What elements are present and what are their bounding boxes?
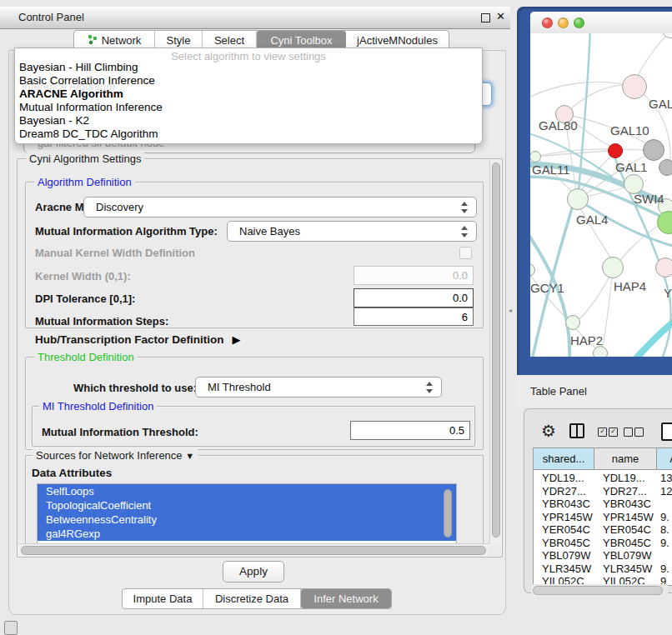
- table-cell[interactable]: YPR145W: [542, 511, 593, 523]
- tab-label: Style: [167, 34, 191, 47]
- table-panel-title: Table Panel: [530, 385, 587, 398]
- table-cell[interactable]: YDR27...: [603, 485, 647, 498]
- panel-divider-grip[interactable]: ◂: [509, 307, 514, 315]
- algorithm-option-bayesian-k2[interactable]: Bayesian - K2: [19, 114, 89, 128]
- table-cell[interactable]: YER054C: [603, 523, 651, 536]
- table-cell[interactable]: YDL19...: [603, 472, 645, 484]
- algorithm-option-mutual-information-inference[interactable]: Mutual Information Inference: [19, 101, 163, 114]
- algorithm-option-bayesian-hill-climbing[interactable]: Bayesian - Hill Climbing: [19, 61, 138, 74]
- checked-checkbox-icon[interactable]: ✓: [609, 428, 618, 437]
- attribute-item-gal4rgexp[interactable]: gal4RGexp: [38, 527, 456, 541]
- column-header-shared[interactable]: shared...: [534, 448, 594, 470]
- network-node-hap4[interactable]: [602, 257, 624, 278]
- attribute-list-scrollbar[interactable]: [444, 489, 452, 538]
- network-node-gal[interactable]: [622, 74, 647, 99]
- node-label-gal4: GAL4: [576, 212, 608, 227]
- data-attributes-label: Data Attributes: [32, 467, 112, 479]
- mi-steps-field[interactable]: 6: [354, 308, 474, 326]
- table-cell[interactable]: 9.: [660, 537, 669, 549]
- float-window-icon[interactable]: [481, 13, 490, 22]
- unchecked-checkbox-icon[interactable]: [634, 428, 644, 437]
- settings-vertical-thumb[interactable]: [492, 162, 500, 538]
- which-threshold-value: MI Threshold: [208, 381, 271, 393]
- network-node[interactable]: [608, 143, 623, 158]
- algorithm-definition-title: Algorithm Definition: [34, 176, 135, 188]
- table-cell[interactable]: YBL079W: [542, 549, 591, 562]
- tab-label: Cyni Toolbox: [270, 34, 332, 47]
- table-cell[interactable]: 9.: [660, 511, 669, 523]
- bottom-tab-discretize-data[interactable]: Discretize Data: [203, 589, 301, 608]
- attribute-item-betweennesscentrality[interactable]: BetweennessCentrality: [38, 512, 456, 527]
- table-horizontal-thumb[interactable]: [533, 586, 663, 595]
- table-cell[interactable]: 12: [660, 485, 672, 498]
- close-panel-icon[interactable]: ✕: [496, 10, 505, 22]
- column-header-name[interactable]: name: [594, 448, 657, 470]
- table-cell[interactable]: 8.: [660, 523, 669, 536]
- column-header-a[interactable]: A: [657, 448, 672, 470]
- settings-horizontal-thumb[interactable]: [21, 546, 486, 555]
- network-node[interactable]: [593, 346, 608, 357]
- aracne-mode-combobox[interactable]: Discovery: [83, 197, 477, 218]
- mac-minimize-button[interactable]: [558, 18, 569, 28]
- node-label-gal: GAL: [649, 97, 672, 111]
- checked-checkbox-icon[interactable]: ✓: [598, 428, 607, 437]
- network-view-frame[interactable]: GALGAL80GAL10GAL11GAL1SWI4GAL4GCY1HAP4YH…: [517, 7, 672, 375]
- algorithm-option-basic-correlation-inference[interactable]: Basic Correlation Inference: [19, 74, 155, 88]
- gear-icon[interactable]: ⚙: [541, 421, 556, 441]
- hub-definition-text: Hub/Transcription Factor Definition: [35, 333, 224, 346]
- aracne-mode-value: Discovery: [96, 201, 143, 213]
- network-node-hap2[interactable]: [565, 315, 580, 330]
- settings-horizontal-scrollbar[interactable]: [18, 543, 489, 556]
- columns-icon[interactable]: [569, 423, 584, 438]
- table-cell[interactable]: YBR045C: [542, 537, 590, 549]
- network-node-y[interactable]: [655, 258, 672, 278]
- table-horizontal-scrollbar[interactable]: [531, 584, 668, 595]
- hub-definition-label[interactable]: Hub/Transcription Factor Definition▶: [35, 333, 241, 346]
- attribute-item-topologicalcoefficient[interactable]: TopologicalCoefficient: [38, 498, 456, 512]
- algorithm-option-dream8-dc-tdc-algorithm[interactable]: Dream8 DC_TDC Algorithm: [19, 128, 158, 141]
- mac-close-button[interactable]: [542, 18, 553, 28]
- kernel-width-field[interactable]: 0.0: [354, 266, 474, 285]
- table-cell[interactable]: YLR345W: [542, 562, 591, 575]
- table-cell[interactable]: 9.: [660, 562, 669, 575]
- network-node-gal4[interactable]: [567, 188, 589, 210]
- unchecked-checkbox-icon[interactable]: [624, 428, 633, 437]
- which-threshold-combobox[interactable]: MI Threshold: [195, 377, 442, 398]
- collapse-down-icon[interactable]: ▼: [185, 451, 194, 461]
- dpi-tolerance-field[interactable]: 0.0: [354, 288, 474, 308]
- table-cell[interactable]: YDL19...: [542, 472, 584, 484]
- table-cell[interactable]: YBR045C: [603, 537, 651, 549]
- combo-spinner-icon: [426, 382, 434, 393]
- collapsed-panel-icon[interactable]: [4, 621, 18, 635]
- bottom-tab-impute-data[interactable]: Impute Data: [123, 589, 203, 608]
- table-cell[interactable]: YBR043C: [603, 498, 651, 510]
- table-cell[interactable]: YBR043C: [542, 498, 590, 510]
- mi-type-value: Naive Bayes: [239, 225, 300, 238]
- table-cell[interactable]: YPR145W: [603, 511, 654, 523]
- network-canvas[interactable]: GALGAL80GAL10GAL11GAL1SWI4GAL4GCY1HAP4YH…: [530, 33, 672, 357]
- network-node[interactable]: [659, 159, 672, 176]
- apply-button[interactable]: Apply: [223, 561, 284, 582]
- manual-kernel-checkbox[interactable]: [459, 247, 472, 259]
- node-label-swi4: SWI4: [634, 192, 664, 206]
- algorithm-option-aracne-algorithm[interactable]: ARACNE Algorithm: [19, 88, 123, 101]
- table-cell[interactable]: YBL079W: [603, 549, 652, 562]
- document-icon[interactable]: [661, 422, 672, 441]
- tab-label: Select: [214, 34, 244, 47]
- table-cell[interactable]: 13: [660, 472, 672, 484]
- control-panel-titlebar: Control Panel ✕: [0, 6, 510, 29]
- node-label-gal1: GAL1: [615, 160, 647, 174]
- table-cell[interactable]: YDR27...: [542, 485, 586, 498]
- mac-zoom-button[interactable]: [574, 18, 584, 28]
- network-node-gal10[interactable]: [643, 139, 664, 161]
- expand-right-icon[interactable]: ▶: [233, 333, 241, 346]
- settings-vertical-scrollbar[interactable]: [489, 160, 501, 543]
- bottom-tab-infer-network[interactable]: Infer Network: [301, 589, 391, 608]
- control-panel-title: Control Panel: [18, 11, 84, 23]
- mi-type-combobox[interactable]: Naive Bayes: [227, 221, 477, 242]
- mi-threshold-field[interactable]: 0.5: [350, 421, 470, 440]
- attribute-item-selfloops[interactable]: SelfLoops: [38, 484, 456, 498]
- table-cell[interactable]: YLR345W: [603, 562, 652, 575]
- kernel-width-label: Kernel Width (0,1):: [35, 270, 131, 282]
- table-cell[interactable]: YER054C: [542, 523, 590, 536]
